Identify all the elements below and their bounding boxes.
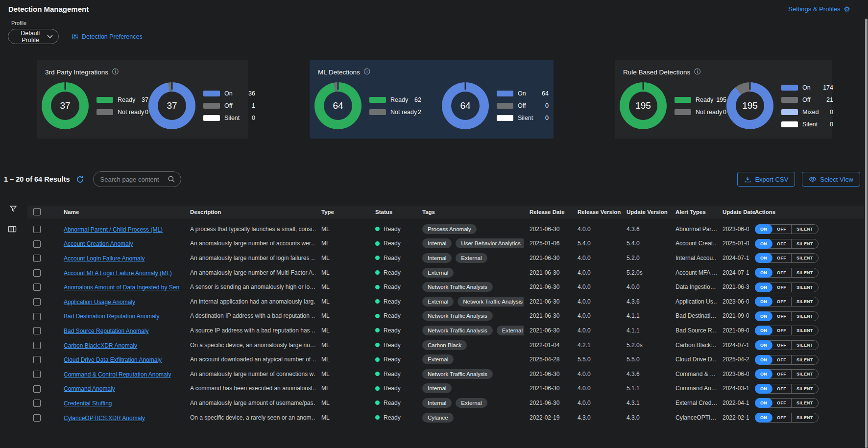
action-on-button[interactable]: ON: [755, 239, 772, 249]
legend-swatch: [781, 121, 798, 127]
action-silent-button[interactable]: SILENT: [791, 239, 818, 248]
action-silent-button[interactable]: SILENT: [791, 225, 818, 234]
action-off-button[interactable]: OFF: [772, 312, 791, 321]
row-checkbox[interactable]: [33, 356, 41, 363]
readiness-donut-legend: Ready62Not ready2: [369, 96, 421, 116]
action-off-button[interactable]: OFF: [772, 326, 791, 335]
settings-profiles-label: Settings & Profiles: [788, 5, 840, 13]
summary-card[interactable]: Rule Based Detectionsⓘ195Ready195Not rea…: [615, 60, 832, 139]
detection-name-link[interactable]: Command & Control Reputation Anomaly: [64, 371, 171, 378]
action-off-button[interactable]: OFF: [772, 384, 791, 393]
row-checkbox[interactable]: [33, 371, 41, 378]
action-off-button[interactable]: OFF: [772, 268, 791, 277]
vertical-scrollbar[interactable]: [865, 19, 868, 448]
select-view-button[interactable]: Select View: [802, 172, 860, 187]
info-icon[interactable]: ⓘ: [364, 68, 370, 76]
action-off-button[interactable]: OFF: [772, 297, 791, 306]
detection-name-link[interactable]: Abnormal Parent / Child Process (ML): [64, 226, 163, 233]
action-silent-button[interactable]: SILENT: [791, 341, 818, 350]
release-date-cell: 2021-06-30: [524, 226, 572, 233]
detection-name-link[interactable]: Command Anomaly: [64, 385, 115, 392]
legend-item: Silent0: [781, 121, 833, 128]
action-off-button[interactable]: OFF: [772, 225, 791, 234]
row-checkbox[interactable]: [33, 327, 41, 334]
detection-name-link[interactable]: Cloud Drive Data Exfiltration Anomaly: [64, 356, 162, 363]
row-checkbox[interactable]: [33, 313, 41, 320]
detection-name-link[interactable]: CylanceOPTICS:XDR Anomaly: [64, 415, 145, 422]
detection-preferences-link[interactable]: Detection Preferences: [72, 33, 143, 40]
action-on-button[interactable]: ON: [755, 355, 772, 365]
row-checkbox[interactable]: [33, 283, 41, 291]
action-on-button[interactable]: ON: [755, 224, 772, 234]
action-off-button[interactable]: OFF: [772, 355, 791, 364]
tags-cell: Carbon Black: [416, 340, 524, 350]
action-silent-button[interactable]: SILENT: [791, 399, 818, 407]
refresh-button[interactable]: [76, 175, 84, 184]
filter-button[interactable]: [9, 205, 17, 212]
action-on-button[interactable]: ON: [755, 253, 772, 263]
info-icon[interactable]: ⓘ: [112, 68, 119, 76]
action-off-button[interactable]: OFF: [772, 399, 791, 407]
action-on-button[interactable]: ON: [755, 398, 772, 408]
action-on-button[interactable]: ON: [755, 283, 772, 292]
action-on-button[interactable]: ON: [755, 340, 772, 350]
legend-swatch: [675, 109, 691, 115]
row-checkbox[interactable]: [33, 414, 41, 422]
action-silent-button[interactable]: SILENT: [791, 297, 818, 306]
row-checkbox[interactable]: [33, 255, 41, 262]
detection-name-link[interactable]: Application Usage Anomaly: [64, 299, 135, 306]
profile-dropdown[interactable]: Default Profile: [8, 29, 59, 44]
action-silent-button[interactable]: SILENT: [791, 370, 818, 378]
action-silent-button[interactable]: SILENT: [791, 413, 818, 422]
action-off-button[interactable]: OFF: [772, 239, 791, 248]
table-row: Anomalous Amount of Data Ingested by Sen…: [27, 280, 864, 294]
action-silent-button[interactable]: SILENT: [791, 254, 818, 262]
action-off-button[interactable]: OFF: [772, 370, 791, 378]
action-silent-button[interactable]: SILENT: [791, 326, 818, 335]
action-on-button[interactable]: ON: [755, 369, 772, 379]
status-dot: [375, 328, 380, 332]
action-on-button[interactable]: ON: [755, 297, 772, 307]
action-on-button[interactable]: ON: [755, 413, 772, 423]
detection-name-link[interactable]: Account MFA Login Failure Anomaly (ML): [64, 270, 172, 277]
action-off-button[interactable]: OFF: [772, 341, 791, 350]
row-checkbox[interactable]: [33, 342, 41, 349]
detection-name-link[interactable]: Bad Source Reputation Anomaly: [64, 328, 148, 334]
action-off-button[interactable]: OFF: [772, 413, 791, 422]
detection-name-link[interactable]: Carbon Black:XDR Anomaly: [64, 342, 137, 349]
row-checkbox[interactable]: [33, 269, 41, 277]
legend-value: 0: [723, 109, 726, 116]
action-on-button[interactable]: ON: [755, 311, 772, 321]
action-on-button[interactable]: ON: [755, 326, 772, 335]
row-checkbox[interactable]: [33, 385, 41, 393]
action-silent-button[interactable]: SILENT: [791, 312, 818, 321]
detection-name-link[interactable]: Credential Stuffing: [64, 400, 112, 407]
detection-name-link[interactable]: Anomalous Amount of Data Ingested by Sen: [64, 284, 179, 291]
action-silent-button[interactable]: SILENT: [791, 384, 818, 393]
columns-button[interactable]: [8, 226, 17, 233]
tags-cell: InternalExternal: [416, 398, 524, 408]
row-checkbox[interactable]: [33, 298, 41, 306]
update-version-cell: 4.3.6: [621, 298, 670, 305]
export-csv-button[interactable]: Export CSV: [737, 172, 795, 187]
action-silent-button[interactable]: SILENT: [791, 355, 818, 364]
action-on-button[interactable]: ON: [755, 268, 772, 278]
row-checkbox[interactable]: [33, 226, 41, 233]
detection-name-link[interactable]: Bad Destination Reputation Anomaly: [64, 313, 159, 320]
action-silent-button[interactable]: SILENT: [791, 283, 818, 292]
detection-name-link[interactable]: Account Creation Anomaly: [64, 240, 133, 247]
detection-name-link[interactable]: Account Login Failure Anomaly: [64, 255, 145, 262]
row-checkbox[interactable]: [33, 400, 41, 407]
action-off-button[interactable]: OFF: [772, 283, 791, 292]
select-all-checkbox[interactable]: [33, 208, 41, 215]
action-on-button[interactable]: ON: [755, 384, 772, 394]
status-dot: [375, 401, 380, 405]
row-checkbox[interactable]: [33, 240, 41, 248]
settings-profiles-link[interactable]: Settings & Profiles ⚙: [788, 5, 850, 13]
action-silent-button[interactable]: SILENT: [791, 268, 818, 277]
legend-label: Ready: [696, 96, 713, 103]
summary-card[interactable]: ML Detectionsⓘ64Ready62Not ready264On64O…: [310, 60, 554, 139]
info-icon[interactable]: ⓘ: [694, 68, 700, 76]
summary-card[interactable]: 3rd Party Integrationsⓘ37Ready37Not read…: [37, 60, 248, 139]
action-off-button[interactable]: OFF: [772, 254, 791, 262]
